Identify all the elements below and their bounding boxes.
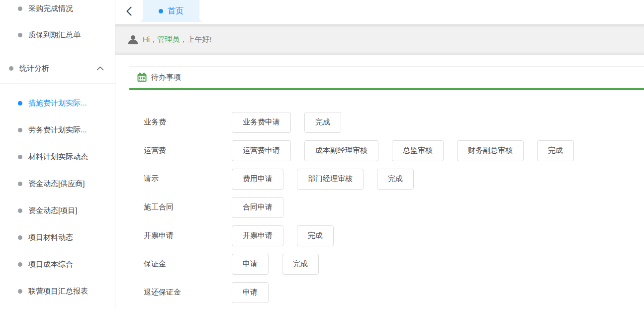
todo-rows: 业务费 业务费申请完成 运营费 运营费申请成本副经理审核总监审核财务副总审核完成… — [129, 90, 644, 307]
todo-row-label: 开票申请 — [144, 231, 232, 240]
todo-row-label: 保证金 — [144, 259, 232, 269]
sidebar-item[interactable]: 资金动态[供应商] — [0, 170, 115, 197]
sidebar-item[interactable]: 采购完成情况 — [0, 0, 115, 22]
todo-step-button[interactable]: 运营费申请 — [232, 140, 291, 161]
todo-step-button[interactable]: 合同申请 — [232, 197, 283, 218]
todo-step-button[interactable]: 部门经理审核 — [297, 169, 364, 190]
dot-icon — [18, 262, 22, 267]
dot-icon — [18, 101, 22, 105]
todo-step-button[interactable]: 申请 — [232, 254, 269, 275]
todo-step-button[interactable]: 完成 — [304, 112, 341, 133]
sidebar-sub-list: 措施费计划实际... 劳务费计划实际... 材料计划实际动态 资金动态[供应商]… — [0, 84, 115, 305]
todo-row-label: 业务费 — [144, 117, 232, 127]
todo-step-button[interactable]: 完成 — [297, 225, 334, 246]
sidebar: 采购完成情况 质保到期汇总单 统计分析 措施费计划实际... 劳务费计划实际..… — [0, 0, 115, 309]
app-root: 采购完成情况 质保到期汇总单 统计分析 措施费计划实际... 劳务费计划实际..… — [0, 0, 644, 309]
sidebar-item[interactable]: 联营项目汇总报表 — [0, 278, 115, 305]
tab-bar: 首页 — [115, 0, 644, 24]
todo-row: 运营费 运营费申请成本副经理审核总监审核财务副总审核完成 — [144, 136, 644, 165]
tab-home-label: 首页 — [168, 6, 184, 16]
dot-icon — [18, 208, 22, 213]
sidebar-top-list: 采购完成情况 质保到期汇总单 — [0, 0, 115, 53]
chevron-up-icon[interactable] — [96, 66, 104, 71]
greeting-username: 管理员 — [157, 35, 180, 43]
dot-icon — [18, 33, 22, 37]
todo-panel: 待办事项 业务费 业务费申请完成 运营费 运营费申请成本副经理审核总监审核财务副… — [129, 66, 644, 307]
sidebar-item[interactable]: 劳务费计划实际... — [0, 116, 115, 143]
todo-step-button[interactable]: 财务副总审核 — [457, 140, 524, 161]
sidebar-item[interactable]: 材料计划实际动态 — [0, 143, 115, 170]
dot-icon — [18, 235, 22, 240]
back-button[interactable] — [120, 0, 138, 22]
todo-row-steps: 运营费申请成本副经理审核总监审核财务副总审核完成 — [232, 140, 574, 161]
todo-row: 施工合同 合同申请 — [144, 193, 644, 221]
todo-step-button[interactable]: 业务费申请 — [232, 112, 291, 133]
sidebar-item[interactable]: 资金动态[项目] — [0, 197, 115, 224]
sidebar-item[interactable]: 项目材料动态 — [0, 224, 115, 251]
sidebar-item-label: 联营项目汇总报表 — [28, 287, 88, 296]
todo-step-button[interactable]: 完成 — [537, 140, 574, 161]
sidebar-item-label: 项目材料动态 — [28, 233, 73, 242]
todo-step-button[interactable]: 申请 — [232, 282, 269, 303]
sidebar-item-label: 资金动态[供应商] — [28, 179, 85, 189]
greeting-text: Hi，管理员，上午好! — [143, 35, 211, 44]
todo-row: 开票申请 开票申请完成 — [144, 221, 644, 250]
todo-row-label: 施工合同 — [144, 203, 232, 212]
dot-icon — [18, 182, 22, 186]
dot-icon — [18, 289, 22, 294]
todo-step-button[interactable]: 完成 — [377, 169, 414, 190]
sidebar-section-statistics[interactable]: 统计分析 — [0, 53, 115, 84]
dot-icon — [18, 6, 22, 11]
calendar-icon — [137, 73, 147, 82]
sidebar-item-label: 项目成本综合 — [28, 260, 73, 269]
sidebar-section-label: 统计分析 — [19, 64, 49, 73]
todo-row: 请示 费用申请部门经理审核完成 — [144, 165, 644, 193]
sidebar-item-label: 采购完成情况 — [28, 4, 73, 13]
sidebar-item[interactable]: 措施费计划实际... — [0, 90, 115, 116]
todo-row-label: 运营费 — [144, 146, 232, 155]
sidebar-item[interactable]: 项目成本综合 — [0, 251, 115, 278]
todo-step-button[interactable]: 总监审核 — [392, 140, 444, 161]
tab-home[interactable]: 首页 — [143, 0, 199, 22]
todo-row-steps: 申请 — [232, 282, 269, 303]
todo-row: 退还保证金 申请 — [144, 278, 644, 307]
todo-row-label: 请示 — [144, 174, 232, 184]
todo-row-steps: 申请完成 — [232, 254, 319, 275]
greeting-suffix: ，上午好! — [180, 35, 211, 43]
chevron-left-icon — [126, 6, 132, 16]
todo-row: 保证金 申请完成 — [144, 250, 644, 278]
todo-row-steps: 合同申请 — [232, 197, 283, 218]
sidebar-item-label: 劳务费计划实际... — [28, 125, 87, 135]
tab-active-dot-icon — [159, 9, 163, 13]
greeting-prefix: Hi， — [143, 35, 157, 43]
sidebar-item-label: 资金动态[项目] — [28, 206, 77, 215]
greeting-bar: Hi，管理员，上午好! — [115, 24, 644, 55]
dot-icon — [18, 155, 22, 159]
sidebar-item-label: 材料计划实际动态 — [28, 152, 88, 162]
todo-step-button[interactable]: 成本副经理审核 — [304, 140, 378, 161]
todo-row-steps: 费用申请部门经理审核完成 — [232, 169, 414, 190]
todo-step-button[interactable]: 费用申请 — [232, 169, 283, 190]
todo-row-steps: 开票申请完成 — [232, 225, 334, 246]
todo-step-button[interactable]: 开票申请 — [232, 225, 283, 246]
dot-icon — [9, 66, 13, 71]
sidebar-item[interactable]: 质保到期汇总单 — [0, 22, 115, 48]
dot-icon — [18, 128, 22, 132]
user-icon — [128, 35, 138, 44]
sidebar-item-label: 质保到期汇总单 — [28, 30, 81, 40]
todo-step-button[interactable]: 完成 — [282, 254, 319, 275]
todo-panel-title: 待办事项 — [151, 73, 181, 82]
content-area: 待办事项 业务费 业务费申请完成 运营费 运营费申请成本副经理审核总监审核财务副… — [115, 55, 644, 309]
todo-row-steps: 业务费申请完成 — [232, 112, 341, 133]
todo-panel-header: 待办事项 — [129, 67, 644, 88]
sidebar-item-label: 措施费计划实际... — [28, 99, 87, 108]
todo-row-label: 退还保证金 — [144, 288, 232, 297]
main-area: 首页 Hi，管理员，上午好! — [115, 0, 644, 309]
todo-row: 业务费 业务费申请完成 — [144, 108, 644, 136]
